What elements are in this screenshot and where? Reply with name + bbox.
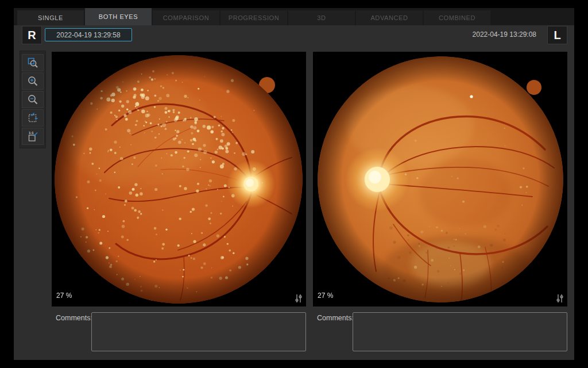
left-eye-timestamp[interactable]: 2022-04-19 13:29:08 (473, 30, 536, 39)
svg-text:1:1: 1:1 (29, 131, 34, 135)
comments-label: Comments: (56, 314, 92, 322)
magnifier-plus-icon (26, 75, 39, 87)
tab-both-eyes[interactable]: BOTH EYES (85, 8, 152, 25)
lens-artifact-bump (527, 80, 541, 95)
dashed-rect-arrow-icon (26, 112, 39, 124)
right-eye-badge: R (22, 26, 42, 44)
comments-input-left-eye[interactable] (353, 312, 567, 351)
tab-progression: PROGRESSION (220, 10, 287, 25)
image-adjustments-icon[interactable] (294, 293, 303, 304)
zoom-toolbar: 1:1 (20, 51, 46, 148)
comments-input-right-eye[interactable] (91, 312, 306, 351)
zoom-out-button[interactable] (22, 91, 44, 108)
one-to-one-icon: 1:1 (26, 130, 39, 143)
fundus-image-right-eye (52, 52, 306, 306)
zoom-region-button[interactable] (22, 54, 44, 71)
image-adjustments-icon[interactable] (555, 293, 564, 304)
zoom-in-button[interactable] (22, 72, 44, 90)
tab-combined: COMBINED (424, 10, 490, 25)
right-eye-timestamp[interactable]: 2022-04-19 13:29:58 (45, 28, 132, 41)
zoom-percentage: 27 % (56, 292, 72, 300)
screen: SINGLE BOTH EYES COMPARISON PROGRESSION … (0, 0, 588, 368)
left-eye-badge: L (547, 26, 567, 44)
zoom-percentage: 27 % (318, 292, 333, 300)
tab-comparison: COMPARISON (153, 10, 219, 25)
magnifier-rectangle-icon (26, 56, 39, 69)
comments-label: Comments: (317, 314, 354, 322)
magnifier-minus-icon (26, 93, 39, 106)
fit-to-window-button[interactable] (22, 109, 44, 126)
fundus-panel-right-eye[interactable]: 27 % (52, 52, 306, 306)
tab-single[interactable]: SINGLE (17, 10, 84, 25)
fundus-image-left-eye (313, 52, 567, 306)
tab-3d: 3D (288, 10, 355, 25)
view-mode-tabbar: SINGLE BOTH EYES COMPARISON PROGRESSION … (14, 8, 574, 25)
tab-advanced: ADVANCED (356, 10, 423, 25)
app-window: SINGLE BOTH EYES COMPARISON PROGRESSION … (14, 8, 574, 360)
fundus-panel-left-eye[interactable]: 27 % (313, 52, 567, 306)
actual-size-button[interactable]: 1:1 (22, 128, 44, 145)
